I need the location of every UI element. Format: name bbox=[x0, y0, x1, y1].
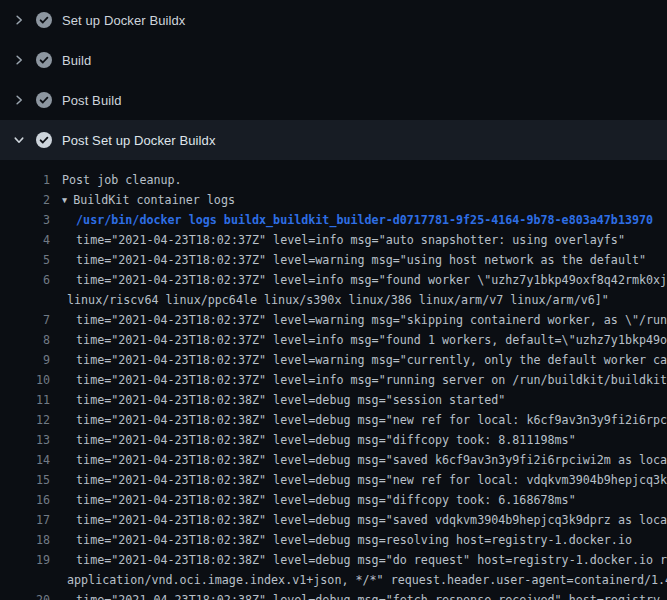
log-line-number[interactable]: 12 bbox=[0, 410, 50, 430]
log-line-text: time="2021-04-23T18:02:37Z" level=warnin… bbox=[62, 250, 646, 270]
chevron-right-icon[interactable] bbox=[12, 93, 26, 107]
log-line-number[interactable]: 8 bbox=[0, 330, 50, 350]
log-line-number[interactable]: 11 bbox=[0, 390, 50, 410]
check-circle-icon bbox=[36, 132, 52, 148]
step-header-build[interactable]: Build bbox=[0, 40, 667, 80]
log-line-number[interactable]: 20 bbox=[0, 590, 50, 600]
log-line-text: time="2021-04-23T18:02:37Z" level=info m… bbox=[62, 270, 667, 290]
step-title: Set up Docker Buildx bbox=[62, 13, 185, 28]
log-line-text: time="2021-04-23T18:02:38Z" level=debug … bbox=[62, 450, 667, 470]
log-line-text: /usr/bin/docker logs buildx_buildkit_bui… bbox=[62, 210, 653, 230]
log-area: 1Post job cleanup.2▼BuildKit container l… bbox=[0, 160, 667, 600]
log-line: 11 time="2021-04-23T18:02:38Z" level=deb… bbox=[0, 390, 667, 410]
log-line-number[interactable]: 18 bbox=[0, 530, 50, 550]
log-line-number[interactable]: 3 bbox=[0, 210, 50, 230]
log-line-number[interactable]: 14 bbox=[0, 450, 50, 470]
log-line: 3 /usr/bin/docker logs buildx_buildkit_b… bbox=[0, 210, 667, 230]
log-line-number[interactable]: 1 bbox=[0, 170, 50, 190]
log-line-continuation: linux/riscv64 linux/ppc64le linux/s390x … bbox=[0, 290, 667, 310]
log-line: 20 time="2021-04-23T18:02:38Z" level=deb… bbox=[0, 590, 667, 600]
log-line: 1Post job cleanup. bbox=[0, 170, 667, 190]
log-line-number[interactable]: 5 bbox=[0, 250, 50, 270]
log-line-text: time="2021-04-23T18:02:38Z" level=debug … bbox=[62, 390, 505, 410]
log-line-number[interactable]: 13 bbox=[0, 430, 50, 450]
log-line-text: time="2021-04-23T18:02:38Z" level=debug … bbox=[62, 490, 576, 510]
log-line: 19 time="2021-04-23T18:02:38Z" level=deb… bbox=[0, 550, 667, 570]
log-line: 18 time="2021-04-23T18:02:38Z" level=deb… bbox=[0, 530, 667, 550]
log-line-text: time="2021-04-23T18:02:37Z" level=info m… bbox=[62, 230, 625, 250]
log-line-number bbox=[0, 290, 50, 310]
step-title: Post Set up Docker Buildx bbox=[62, 133, 216, 148]
log-line-number[interactable]: 4 bbox=[0, 230, 50, 250]
log-line: 16 time="2021-04-23T18:02:38Z" level=deb… bbox=[0, 490, 667, 510]
chevron-down-icon[interactable] bbox=[12, 133, 26, 147]
log-line-text: application/vnd.oci.image.index.v1+json,… bbox=[62, 570, 667, 590]
log-line: 13 time="2021-04-23T18:02:38Z" level=deb… bbox=[0, 430, 667, 450]
log-line-text: time="2021-04-23T18:02:37Z" level=warnin… bbox=[62, 350, 667, 370]
log-line-number[interactable]: 10 bbox=[0, 370, 50, 390]
log-line-text: time="2021-04-23T18:02:37Z" level=info m… bbox=[62, 370, 667, 390]
log-line-text: time="2021-04-23T18:02:38Z" level=debug … bbox=[62, 470, 667, 490]
triangle-down-icon[interactable]: ▼ bbox=[62, 190, 67, 210]
log-line-number[interactable]: 15 bbox=[0, 470, 50, 490]
log-line: 9 time="2021-04-23T18:02:37Z" level=warn… bbox=[0, 350, 667, 370]
log-line-text: time="2021-04-23T18:02:38Z" level=debug … bbox=[62, 550, 667, 570]
check-circle-icon bbox=[36, 92, 52, 108]
step-title: Build bbox=[62, 53, 91, 68]
log-line-text: time="2021-04-23T18:02:38Z" level=debug … bbox=[62, 430, 576, 450]
chevron-right-icon[interactable] bbox=[12, 53, 26, 67]
log-line: 12 time="2021-04-23T18:02:38Z" level=deb… bbox=[0, 410, 667, 430]
log-line: 4 time="2021-04-23T18:02:37Z" level=info… bbox=[0, 230, 667, 250]
chevron-right-icon[interactable] bbox=[12, 13, 26, 27]
actions-log-viewer: Set up Docker BuildxBuildPost BuildPost … bbox=[0, 0, 667, 600]
group-title: BuildKit container logs bbox=[73, 193, 235, 207]
log-line-text: time="2021-04-23T18:02:38Z" level=debug … bbox=[62, 410, 667, 430]
log-line-number bbox=[0, 570, 50, 590]
log-line-text: Post job cleanup. bbox=[62, 170, 182, 190]
log-line: 7 time="2021-04-23T18:02:37Z" level=warn… bbox=[0, 310, 667, 330]
step-header-post-set-up-docker-buildx[interactable]: Post Set up Docker Buildx bbox=[0, 120, 667, 160]
log-line-number[interactable]: 17 bbox=[0, 510, 50, 530]
check-circle-icon bbox=[36, 52, 52, 68]
log-line-text: time="2021-04-23T18:02:38Z" level=debug … bbox=[62, 530, 632, 550]
log-line-number[interactable]: 7 bbox=[0, 310, 50, 330]
log-line: 10 time="2021-04-23T18:02:37Z" level=inf… bbox=[0, 370, 667, 390]
log-line-text: linux/riscv64 linux/ppc64le linux/s390x … bbox=[62, 290, 609, 310]
check-circle-icon bbox=[36, 12, 52, 28]
log-line: 6 time="2021-04-23T18:02:37Z" level=info… bbox=[0, 270, 667, 290]
log-line-number[interactable]: 16 bbox=[0, 490, 50, 510]
log-line: 15 time="2021-04-23T18:02:38Z" level=deb… bbox=[0, 470, 667, 490]
log-line-text: time="2021-04-23T18:02:38Z" level=debug … bbox=[62, 590, 667, 600]
log-line-continuation: application/vnd.oci.image.index.v1+json,… bbox=[0, 570, 667, 590]
log-line-number[interactable]: 6 bbox=[0, 270, 50, 290]
log-line: 2▼BuildKit container logs bbox=[0, 190, 667, 210]
steps-list: Set up Docker BuildxBuildPost BuildPost … bbox=[0, 0, 667, 160]
step-header-post-build[interactable]: Post Build bbox=[0, 80, 667, 120]
log-line: 5 time="2021-04-23T18:02:37Z" level=warn… bbox=[0, 250, 667, 270]
step-title: Post Build bbox=[62, 93, 122, 108]
log-line-text: ▼BuildKit container logs bbox=[62, 190, 235, 210]
log-line-text: time="2021-04-23T18:02:38Z" level=debug … bbox=[62, 510, 667, 530]
log-line-number[interactable]: 2 bbox=[0, 190, 50, 210]
log-line-text: time="2021-04-23T18:02:37Z" level=warnin… bbox=[62, 310, 667, 330]
log-line: 8 time="2021-04-23T18:02:37Z" level=info… bbox=[0, 330, 667, 350]
log-line: 17 time="2021-04-23T18:02:38Z" level=deb… bbox=[0, 510, 667, 530]
log-line-text: time="2021-04-23T18:02:37Z" level=info m… bbox=[62, 330, 667, 350]
log-line-number[interactable]: 19 bbox=[0, 550, 50, 570]
step-header-set-up-docker-buildx[interactable]: Set up Docker Buildx bbox=[0, 0, 667, 40]
log-line-number[interactable]: 9 bbox=[0, 350, 50, 370]
log-line: 14 time="2021-04-23T18:02:38Z" level=deb… bbox=[0, 450, 667, 470]
